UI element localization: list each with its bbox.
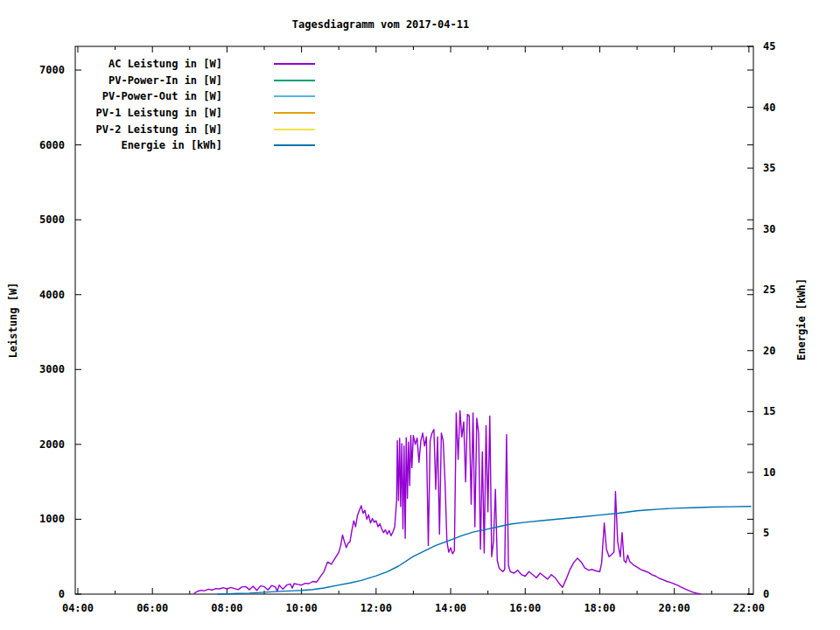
y2-tick-label: 10 xyxy=(763,466,775,479)
y2-tick-label: 35 xyxy=(763,162,775,174)
y-tick-label: 4000 xyxy=(39,289,65,301)
legend-label: Energie in [kWh] xyxy=(35,139,222,151)
y2-tick-label: 25 xyxy=(763,284,775,296)
y-tick-label: 1000 xyxy=(39,513,65,525)
y2-axis-label: Energie [kWh] xyxy=(795,232,809,407)
y2-tick-label: 30 xyxy=(763,223,775,235)
y-axis-label: Leistung [W] xyxy=(7,233,21,408)
legend: AC Leistung in [W] PV-Power-In in [W] PV… xyxy=(35,56,315,154)
chart-title: Tagesdiagramm vom 2017-04-11 xyxy=(249,18,512,31)
series-line-0 xyxy=(194,410,701,593)
legend-item: PV-Power-In in [W] xyxy=(35,73,315,89)
x-tick-label: 10:00 xyxy=(286,602,318,614)
x-tick-label: 22:00 xyxy=(733,602,765,614)
x-tick-label: 14:00 xyxy=(435,602,466,614)
x-tick-label: 12:00 xyxy=(360,602,392,614)
chart-page: 04:0006:0008:0010:0012:0014:0016:0018:00… xyxy=(0,0,840,630)
y2-tick-label: 5 xyxy=(763,527,769,539)
y2-tick-label: 40 xyxy=(763,102,775,114)
x-tick-label: 20:00 xyxy=(659,602,690,614)
legend-line-sample xyxy=(274,80,315,81)
legend-item: PV-2 Leistung in [W] xyxy=(35,121,315,137)
x-tick-label: 04:00 xyxy=(62,602,94,614)
x-tick-label: 16:00 xyxy=(509,602,541,614)
legend-item: AC Leistung in [W] xyxy=(35,56,315,73)
legend-label: PV-2 Leistung in [W] xyxy=(35,123,222,136)
legend-line-sample xyxy=(274,144,315,146)
legend-line-sample xyxy=(274,95,315,97)
x-tick-label: 18:00 xyxy=(584,602,615,614)
y2-tick-label: 20 xyxy=(763,345,775,357)
y2-tick-label: 0 xyxy=(763,588,769,600)
y2-tick-label: 45 xyxy=(763,40,775,52)
legend-item: PV-Power-Out in [W] xyxy=(35,88,315,105)
legend-label: PV-1 Leistung in [W] xyxy=(35,107,222,119)
y-tick-label: 2000 xyxy=(39,438,65,451)
x-tick-label: 06:00 xyxy=(136,602,168,614)
legend-line-sample xyxy=(274,129,315,130)
x-tick-label: 08:00 xyxy=(211,602,242,614)
legend-label: PV-Power-Out in [W] xyxy=(35,90,222,102)
y-tick-label: 3000 xyxy=(39,363,65,375)
legend-line-sample xyxy=(274,63,315,65)
legend-label: AC Leistung in [W] xyxy=(35,58,222,70)
legend-item: PV-1 Leistung in [W] xyxy=(35,105,315,122)
legend-line-sample xyxy=(274,112,315,114)
y-tick-label: 5000 xyxy=(39,214,65,226)
legend-label: PV-Power-In in [W] xyxy=(35,74,222,87)
legend-item: Energie in [kWh] xyxy=(35,137,315,154)
y-tick-label: 0 xyxy=(59,588,65,600)
y2-tick-label: 15 xyxy=(763,405,775,417)
